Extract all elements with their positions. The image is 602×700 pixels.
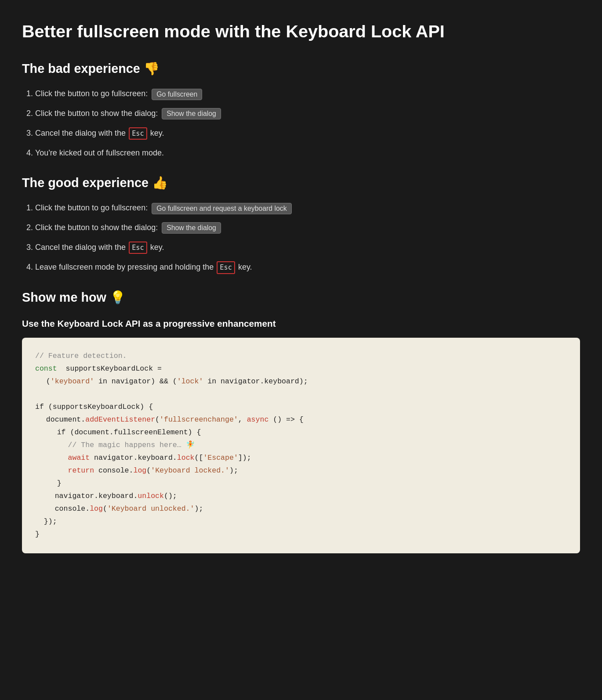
- method-log-locked: log: [133, 466, 146, 475]
- string-escape: 'Escape': [203, 454, 238, 462]
- list-item: Click the button to show the dialog: Sho…: [35, 107, 580, 120]
- await-keyword: await: [68, 454, 90, 462]
- esc-key-good2: Esc: [217, 261, 235, 274]
- async-keyword: async: [247, 415, 269, 424]
- string-keyboard: 'keyboard': [51, 377, 94, 386]
- good-step3-text-after: key.: [150, 243, 164, 252]
- code-line-3: ('keyboard' in navigator) && ('lock' in …: [35, 375, 567, 388]
- esc-key-bad: Esc: [129, 127, 147, 140]
- code-line-close-if2: }: [35, 528, 567, 541]
- esc-key-good1: Esc: [129, 242, 147, 254]
- bad-experience-list: Click the button to go fullscreen: Go fu…: [35, 87, 580, 159]
- code-line-close-if: }: [35, 477, 567, 490]
- step4-text: You're kicked out of fullscreen mode.: [35, 148, 164, 157]
- page-title: Better fullscreen mode with the Keyboard…: [22, 18, 580, 45]
- code-line-return-console: return console.log('Keyboard locked.');: [35, 465, 567, 477]
- list-item: Click the button to show the dialog: Sho…: [35, 221, 580, 234]
- step2-text: Click the button to show the dialog:: [35, 109, 158, 118]
- const-keyword: const: [35, 364, 57, 373]
- show-dialog-good-button[interactable]: Show the dialog: [162, 222, 221, 234]
- method-lock: lock: [177, 454, 195, 462]
- show-dialog-bad-button[interactable]: Show the dialog: [162, 108, 221, 119]
- step3-text-before: Cancel the dialog with the: [35, 129, 126, 137]
- method-addeventlistener: addEventListener: [85, 415, 155, 424]
- go-fullscreen-lock-button[interactable]: Go fullscreen and request a keyboard loc…: [152, 203, 292, 214]
- code-line-if: if (supportsKeyboardLock) {: [35, 401, 567, 414]
- code-line-if-fullscreen: if (document.fullscreenElement) {: [35, 426, 567, 439]
- good-experience-list: Click the button to go fullscreen: Go fu…: [35, 202, 580, 274]
- good-step4-text-before: Leave fullscreen mode by pressing and ho…: [35, 263, 214, 271]
- good-step3-text-before: Cancel the dialog with the: [35, 243, 126, 252]
- return-keyword: return: [68, 466, 94, 475]
- code-comment-1: // Feature detection.: [35, 350, 567, 363]
- string-keyboard-unlocked: 'Keyboard unlocked.': [107, 505, 195, 513]
- code-block: // Feature detection. const supportsKeyb…: [22, 338, 580, 553]
- list-item: Cancel the dialog with the Esc key.: [35, 241, 580, 254]
- bad-experience-section: The bad experience 👎 Click the button to…: [22, 58, 580, 159]
- method-log-unlocked: log: [90, 505, 103, 513]
- list-item: You're kicked out of fullscreen mode.: [35, 147, 580, 159]
- code-line-close-listener: });: [35, 516, 567, 528]
- string-lock: 'lock': [177, 377, 203, 386]
- good-step2-text: Click the button to show the dialog:: [35, 223, 158, 232]
- string-keyboard-locked: 'Keyboard locked.': [151, 466, 229, 475]
- good-experience-heading: The good experience 👍: [22, 173, 580, 193]
- show-me-how-section: Show me how 💡 Use the Keyboard Lock API …: [22, 287, 580, 553]
- list-item: Cancel the dialog with the Esc key.: [35, 127, 580, 140]
- var-supportsKeyboardLock: supportsKeyboardLock: [62, 364, 153, 373]
- code-line-await-lock: await navigator.keyboard.lock(['Escape']…: [35, 452, 567, 465]
- code-line-2: const supportsKeyboardLock =: [35, 363, 567, 375]
- good-experience-section: The good experience 👍 Click the button t…: [22, 173, 580, 274]
- method-unlock: unlock: [138, 492, 164, 500]
- good-step1-text: Click the button to go fullscreen:: [35, 203, 148, 212]
- list-item: Click the button to go fullscreen: Go fu…: [35, 87, 580, 100]
- code-line-unlock: navigator.keyboard.unlock();: [35, 490, 567, 503]
- string-fullscreenchange: 'fullscreenchange': [160, 415, 238, 424]
- bad-experience-heading: The bad experience 👎: [22, 58, 580, 79]
- progressive-enhancement-subheading: Use the Keyboard Lock API as a progressi…: [22, 316, 580, 331]
- step1-text: Click the button to go fullscreen:: [35, 89, 148, 98]
- list-item: Leave fullscreen mode by pressing and ho…: [35, 261, 580, 274]
- go-fullscreen-bad-button[interactable]: Go fullscreen: [152, 89, 202, 100]
- code-comment-magic: // The magic happens here… 🧚: [35, 439, 567, 452]
- code-blank-1: [35, 388, 567, 401]
- step3-text-after: key.: [150, 129, 164, 137]
- show-me-how-heading: Show me how 💡: [22, 287, 580, 307]
- code-line-console-unlocked: console.log('Keyboard unlocked.');: [35, 503, 567, 516]
- list-item: Click the button to go fullscreen: Go fu…: [35, 202, 580, 214]
- good-step4-text-after: key.: [238, 263, 252, 271]
- code-line-addeventlistener: document.addEventListener('fullscreencha…: [35, 414, 567, 426]
